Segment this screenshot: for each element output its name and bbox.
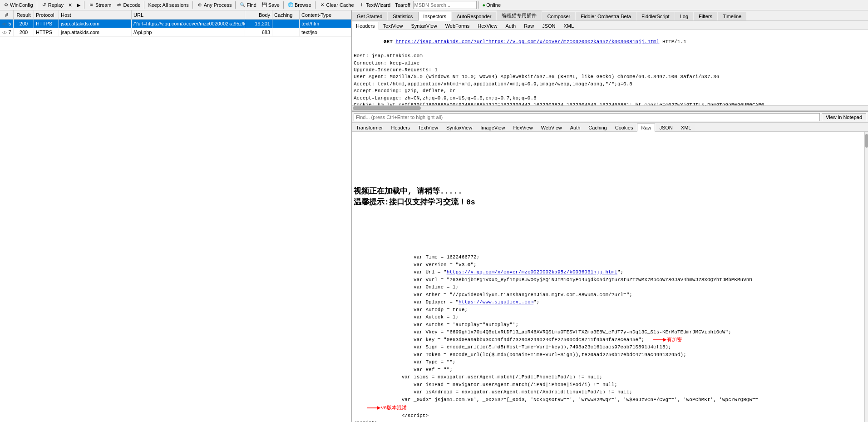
- code-line: var key = "0e63d08a9abbu30c19f9df7329082…: [354, 336, 863, 344]
- code-text: [354, 149, 390, 156]
- res-subtab-hexview[interactable]: HexView: [509, 124, 537, 131]
- res-subtab-headers[interactable]: Headers: [387, 124, 414, 131]
- annotation-v6: v6版本混淆: [367, 404, 407, 412]
- code-text: var Sign = encode_url(lc($.md5(Host+Time…: [354, 343, 671, 351]
- res-subtab-textview[interactable]: TextView: [414, 124, 442, 131]
- msdn-search-input[interactable]: [413, 1, 477, 9]
- any-process-button[interactable]: ⊕ Any Process: [195, 1, 234, 9]
- req-subtab-hexview[interactable]: HexView: [473, 22, 501, 30]
- response-scrollbar[interactable]: [864, 132, 868, 422]
- cell-content: text/htm: [300, 20, 351, 28]
- res-subtab-syntaxview[interactable]: SyntaxView: [442, 124, 476, 131]
- clear-cache-icon: ✕: [319, 2, 326, 8]
- res-subtab-auth[interactable]: Auth: [566, 124, 585, 131]
- tearoff-button[interactable]: Tearoff: [393, 2, 412, 8]
- code-text: var Token = encode_url(lc($.md5(Domain+T…: [354, 351, 686, 359]
- cell-protocol: HTTPS: [34, 28, 59, 36]
- any-process-icon: ⊕: [197, 2, 203, 8]
- decode-icon: ⇌: [116, 2, 122, 8]
- col-num[interactable]: #: [0, 10, 14, 19]
- res-subtab-raw[interactable]: Raw: [637, 124, 655, 132]
- request-subtabs: HeadersTextViewSyntaxViewWebFormsHexView…: [352, 21, 868, 30]
- winconfig-icon: ⚙: [3, 2, 9, 8]
- stream-icon: ≋: [88, 2, 94, 8]
- x-icon: ✕: [68, 2, 72, 8]
- code-line: var Online = 1;: [354, 283, 863, 291]
- res-subtab-xml[interactable]: XML: [677, 124, 695, 131]
- go-button[interactable]: ▶: [75, 2, 82, 9]
- code-text: var Time = 1622466772;: [354, 253, 479, 261]
- request-header-line: Accept: text/html,application/xhtml+xml,…: [354, 81, 866, 88]
- col-protocol[interactable]: Protocol: [34, 10, 59, 19]
- code-line: [354, 238, 863, 246]
- req-subtab-syntaxview[interactable]: SyntaxView: [407, 22, 441, 30]
- sep7: [315, 1, 316, 9]
- req-subtab-json[interactable]: JSON: [538, 22, 559, 30]
- req-subtab-webforms[interactable]: WebForms: [441, 22, 474, 30]
- view-notepad-button[interactable]: View in Notepad: [822, 113, 866, 121]
- find-button[interactable]: 🔍 Find: [237, 1, 258, 9]
- tab-filters[interactable]: Filters: [694, 12, 717, 20]
- cell-result: 200: [14, 20, 34, 28]
- res-subtab-caching[interactable]: Caching: [584, 124, 611, 131]
- col-content[interactable]: Content-Type: [300, 10, 351, 19]
- col-host[interactable]: Host: [59, 10, 132, 19]
- find-input[interactable]: [354, 113, 820, 121]
- cell-caching: [272, 28, 300, 36]
- request-url-link[interactable]: https://jsap.attak1ds.com/?url=https://v…: [395, 39, 659, 45]
- text-wizard-button[interactable]: T TextWizard: [357, 1, 392, 9]
- req-subtab-raw[interactable]: Raw: [520, 22, 538, 30]
- winconfig-button[interactable]: ⚙ WinConfig: [1, 1, 35, 9]
- online-button[interactable]: ● Online: [481, 2, 503, 8]
- tab-autoresponder[interactable]: AutoResponder: [452, 12, 496, 20]
- session-header: # Result Protocol Host URL Body Caching …: [0, 10, 351, 20]
- browse-button[interactable]: 🌐 Browse: [286, 1, 313, 9]
- decode-button[interactable]: ⇌ Decode: [114, 1, 142, 9]
- tab-composer[interactable]: Composer: [542, 12, 575, 20]
- table-row[interactable]: ◁▷5 200 HTTPS jsap.attakids.com /?url=ht…: [0, 20, 351, 28]
- req-subtab-xml[interactable]: XML: [560, 22, 578, 30]
- code-line: [354, 223, 863, 231]
- tab-statistics[interactable]: Statistics: [388, 12, 418, 20]
- res-subtab-imageview[interactable]: ImageView: [476, 124, 509, 131]
- col-result[interactable]: Result: [14, 10, 34, 19]
- col-body[interactable]: Body: [245, 10, 272, 19]
- sep4: [192, 1, 193, 9]
- req-subtab-headers[interactable]: Headers: [352, 22, 379, 30]
- code-line: [354, 164, 863, 171]
- code-script-open2: <script>: [354, 419, 863, 422]
- code-text: 视频正在加载中, 请稍等.....温馨提示:接口仅支持学习交流！0s: [354, 179, 475, 209]
- keep-button[interactable]: Keep: All sessions: [146, 2, 190, 8]
- tab-编程猫专用插件[interactable]: 编程猫专用插件: [497, 10, 542, 20]
- cell-content: text/jso: [300, 28, 351, 36]
- code-line: var Ather = "//pcvideoaliyun.tianshangre…: [354, 291, 863, 299]
- stream-button[interactable]: ≋ Stream: [86, 1, 113, 9]
- col-caching[interactable]: Caching: [272, 10, 300, 19]
- tab-inspectors[interactable]: Inspectors: [418, 12, 451, 21]
- tab-log[interactable]: Log: [675, 12, 693, 20]
- res-subtab-webview[interactable]: WebView: [537, 124, 566, 131]
- res-subtab-json[interactable]: JSON: [655, 124, 676, 131]
- code-text: var key = "0e63d08a9abbu30c19f9df7329082…: [354, 336, 644, 344]
- hscroll-thumb: [353, 106, 421, 110]
- code-line: var Sign = encode_url(lc($.md5(Host+Time…: [354, 343, 863, 351]
- table-row[interactable]: ◁▷7 200 HTTPS jsap.attakids.com /Api.php…: [0, 28, 351, 37]
- tab-fiddler-orchestra-beta[interactable]: Fiddler Orchestra Beta: [576, 12, 636, 20]
- tab-timeline[interactable]: Timeline: [718, 12, 746, 20]
- code-line: var isIPad = navigator.userAgent.match(/…: [354, 381, 863, 389]
- res-subtab-transformer[interactable]: Transformer: [352, 124, 387, 131]
- session-pane: # Result Protocol Host URL Body Caching …: [0, 10, 352, 422]
- save-button[interactable]: 💾 Save: [259, 1, 281, 9]
- req-subtab-auth[interactable]: Auth: [502, 22, 520, 30]
- horizontal-scrollbar[interactable]: [352, 105, 868, 111]
- replay-button[interactable]: ↺ Replay: [39, 1, 65, 9]
- clear-cache-button[interactable]: ✕ Clear Cache: [317, 1, 356, 9]
- tab-fiddlerscript[interactable]: FiddlerScript: [636, 12, 675, 20]
- res-subtab-cookies[interactable]: Cookies: [611, 124, 637, 131]
- req-subtab-textview[interactable]: TextView: [379, 22, 407, 30]
- col-url[interactable]: URL: [132, 10, 245, 19]
- x-button[interactable]: ✕: [66, 2, 74, 9]
- annotation-v6-wrapper: v6版本混淆: [354, 404, 863, 412]
- tab-get-started[interactable]: Get Started: [352, 12, 387, 20]
- sep8: [478, 1, 479, 9]
